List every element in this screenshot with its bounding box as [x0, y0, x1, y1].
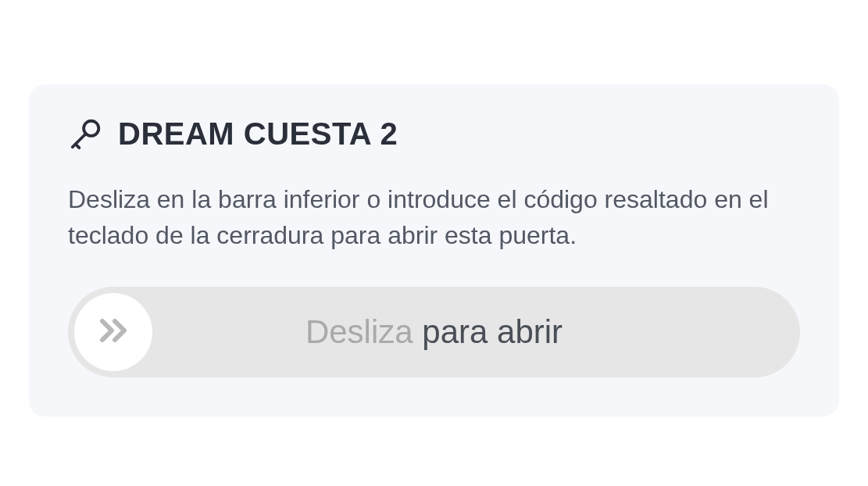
- title-row: DREAM CUESTA 2: [68, 116, 800, 152]
- slider-thumb[interactable]: [74, 293, 152, 371]
- slider-label-light: Desliza: [305, 313, 413, 350]
- slide-to-open[interactable]: Desliza para abrir: [68, 287, 800, 377]
- slider-label-dark: para abrir: [413, 313, 563, 350]
- instruction-text: Desliza en la barra inferior o introduce…: [68, 181, 800, 254]
- slider-label: Desliza para abrir: [68, 313, 800, 351]
- lock-title: DREAM CUESTA 2: [118, 116, 398, 152]
- key-icon: [68, 116, 104, 152]
- chevron-double-right-icon: [95, 312, 132, 352]
- lock-card: DREAM CUESTA 2 Desliza en la barra infer…: [29, 84, 839, 416]
